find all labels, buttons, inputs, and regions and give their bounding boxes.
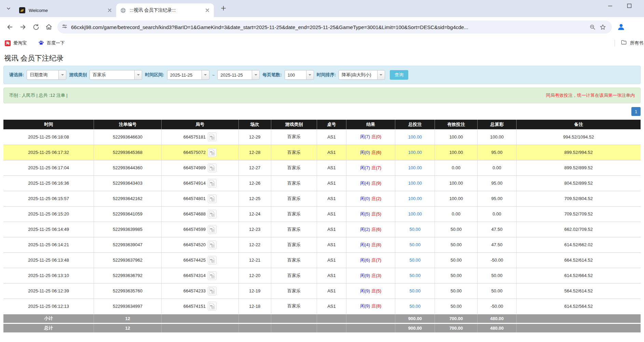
tab-strip: Welcome :::视讯 会员下注纪录:::	[0, 0, 644, 17]
bookmark-taobao[interactable]: 淘 爱淘宝	[5, 40, 27, 46]
back-button[interactable]	[3, 21, 16, 34]
column-header: 有效投注	[435, 120, 478, 129]
total-bet-link[interactable]: 50.00	[409, 227, 421, 232]
video-replay-icon[interactable]	[208, 240, 217, 249]
total-bet-link[interactable]: 100.00	[408, 181, 422, 186]
summary-empty-cell	[271, 314, 317, 323]
zoom-icon[interactable]	[587, 22, 598, 32]
date-end-select[interactable]: 2025-11-25	[217, 70, 260, 80]
maximize-button[interactable]	[627, 3, 632, 10]
total-bet-link[interactable]: 100.00	[408, 165, 422, 170]
chevron-down-icon[interactable]	[202, 70, 209, 79]
address-bar[interactable]: 66cxkj98.com/game/betrecord_search/kind3…	[57, 21, 612, 34]
bookmarks-bar: 淘 爱淘宝 百度一下 所有书	[0, 37, 644, 49]
cell-valid-bet: 50.00	[435, 237, 478, 252]
tab-welcome[interactable]: Welcome	[15, 3, 116, 17]
all-bookmarks-label: 所有书	[630, 40, 643, 46]
video-replay-icon[interactable]	[208, 132, 217, 141]
tab-betrecord[interactable]: :::视讯 会员下注纪录:::	[116, 3, 214, 17]
home-button[interactable]	[42, 21, 55, 34]
cell-total-bet: 100.00	[395, 191, 435, 206]
cell-time: 2025-11-25 06:17:32	[3, 145, 94, 160]
video-replay-icon[interactable]	[208, 271, 217, 280]
chevron-down-icon[interactable]	[377, 70, 385, 79]
chevron-down-icon[interactable]	[58, 70, 66, 79]
total-bet-link[interactable]: 50.00	[409, 258, 421, 263]
player-result: 闲(4)	[360, 181, 370, 186]
total-bet-link[interactable]: 100.00	[408, 211, 422, 216]
cell-bet-id: 522993636792	[94, 268, 162, 283]
round-number: 664574989	[183, 165, 206, 170]
cell-round-id: 664575181	[162, 129, 239, 145]
column-header: 备注	[516, 120, 641, 129]
cell-remark: 994.52/1094.52	[516, 129, 641, 145]
profile-avatar[interactable]	[615, 21, 627, 33]
cell-game: 百家乐	[271, 222, 317, 237]
banker-result: 庄(6)	[371, 150, 381, 155]
video-replay-icon[interactable]	[208, 194, 217, 203]
sort-select[interactable]: 降幂(由大到小)	[339, 70, 385, 80]
cell-remark: 614.52/664.52	[516, 268, 641, 283]
chevron-down-icon[interactable]	[134, 70, 142, 79]
chevron-down-icon[interactable]	[306, 70, 314, 79]
cell-session: 12-26	[238, 175, 271, 191]
close-icon[interactable]	[204, 7, 210, 13]
video-replay-icon[interactable]	[208, 302, 217, 311]
date-start-select[interactable]: 2025-11-25	[167, 70, 209, 80]
bookmark-baidu[interactable]: 百度一下	[38, 40, 65, 46]
total-bet-link[interactable]: 50.00	[409, 273, 421, 278]
search-button[interactable]: 查询	[390, 70, 408, 80]
close-icon[interactable]	[107, 7, 113, 13]
per-page-select[interactable]: 100	[285, 70, 314, 80]
banker-result: 庄(8)	[371, 303, 381, 308]
cell-table: AS1	[317, 283, 346, 299]
site-settings-icon[interactable]	[61, 23, 68, 31]
cell-game: 百家乐	[271, 268, 317, 283]
cell-round-id: 664574989	[162, 160, 239, 175]
summary-empty-cell	[238, 323, 271, 332]
cell-total-bet: 50.00	[395, 299, 435, 314]
url-text[interactable]: 66cxkj98.com/game/betrecord_search/kind3…	[71, 24, 587, 30]
total-bet-link[interactable]: 50.00	[409, 288, 421, 293]
sort-label: 时间排序:	[317, 72, 336, 78]
new-tab-button[interactable]	[219, 4, 228, 14]
video-replay-icon[interactable]	[208, 256, 217, 265]
total-bet-link[interactable]: 50.00	[409, 242, 421, 247]
tilde-separator: ~	[212, 73, 215, 78]
player-result: 闲(6)	[360, 258, 370, 263]
total-bet-link[interactable]: 100.00	[408, 134, 422, 140]
browser-window: Welcome :::视讯 会员下注纪录:::	[0, 0, 644, 49]
minimize-button[interactable]	[608, 3, 613, 10]
game-kind-label: 游戏类别	[69, 72, 87, 78]
player-result: 闲(7)	[360, 134, 370, 139]
video-replay-icon[interactable]	[208, 287, 217, 295]
cell-valid-bet: 100.00	[435, 191, 478, 206]
bookmark-star-icon[interactable]	[598, 22, 608, 32]
page-1-button[interactable]: 1	[631, 107, 641, 116]
chevron-down-icon	[6, 6, 11, 12]
all-bookmarks[interactable]: 所有书	[615, 37, 644, 49]
cell-payout: 50.00	[478, 268, 517, 283]
cell-remark: 709.52/709.52	[516, 206, 641, 222]
total-bet-link[interactable]: 100.00	[408, 196, 422, 201]
video-replay-icon[interactable]	[208, 148, 217, 157]
cell-remark: 564.52/614.52	[516, 283, 641, 299]
video-replay-icon[interactable]	[208, 225, 217, 234]
cell-time: 2025-11-25 06:14:21	[3, 237, 94, 252]
video-replay-icon[interactable]	[208, 163, 217, 172]
table-header-row: 时间注单编号局号场次游戏类别桌号结果总投注有效投注总派彩备注	[3, 120, 641, 129]
game-kind-select[interactable]: 百家乐	[90, 70, 142, 80]
query-type-select[interactable]: 日期查询	[27, 70, 66, 80]
cell-payout: 47.50	[478, 222, 517, 237]
reload-button[interactable]	[29, 21, 42, 34]
video-replay-icon[interactable]	[208, 210, 217, 219]
total-bet-link[interactable]: 50.00	[409, 304, 421, 309]
forward-button[interactable]	[16, 21, 29, 34]
total-bet-link[interactable]: 100.00	[408, 150, 422, 155]
chevron-down-icon[interactable]	[252, 70, 259, 79]
tab-search-button[interactable]	[3, 4, 14, 14]
video-replay-icon[interactable]	[208, 179, 217, 188]
cell-payout: 50.00	[478, 283, 517, 299]
table-row: 2025-11-25 06:14:49522993639985664574599…	[3, 222, 641, 237]
round-number: 664575181	[183, 134, 206, 140]
